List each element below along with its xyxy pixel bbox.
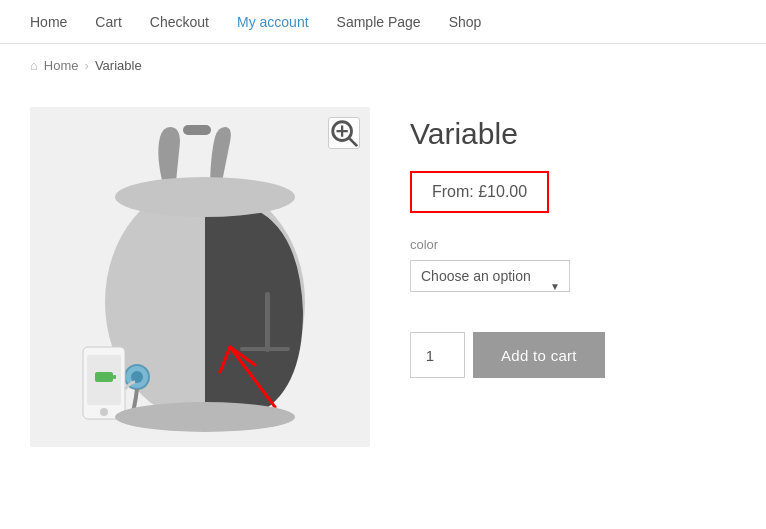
nav-home[interactable]: Home [30, 14, 67, 30]
svg-rect-4 [240, 347, 290, 351]
breadcrumb-home[interactable]: Home [44, 58, 79, 73]
nav-shop[interactable]: Shop [449, 14, 482, 30]
home-icon: ⌂ [30, 58, 38, 73]
product-image-svg [55, 117, 345, 437]
nav-samplepage[interactable]: Sample Page [337, 14, 421, 30]
color-select[interactable]: Choose an option [410, 260, 570, 292]
product-info: Variable From: £10.00 color Choose an op… [410, 107, 736, 447]
nav-cart[interactable]: Cart [95, 14, 121, 30]
svg-line-14 [350, 139, 358, 147]
svg-rect-3 [265, 292, 270, 352]
product-price: From: £10.00 [432, 183, 527, 200]
breadcrumb-separator: › [85, 58, 89, 73]
svg-rect-10 [113, 375, 116, 379]
breadcrumb-current: Variable [95, 58, 142, 73]
cart-row: Add to cart [410, 332, 736, 378]
product-title: Variable [410, 117, 736, 151]
nav-checkout[interactable]: Checkout [150, 14, 209, 30]
color-select-wrap[interactable]: Choose an option [410, 260, 570, 312]
svg-point-11 [100, 408, 108, 416]
add-to-cart-button[interactable]: Add to cart [473, 332, 605, 378]
breadcrumb: ⌂ Home › Variable [0, 44, 766, 87]
svg-point-12 [115, 402, 295, 432]
quantity-input[interactable] [410, 332, 465, 378]
product-area: Variable From: £10.00 color Choose an op… [0, 87, 766, 487]
svg-point-2 [115, 177, 295, 217]
price-box: From: £10.00 [410, 171, 549, 213]
zoom-icon[interactable] [328, 117, 360, 149]
svg-rect-1 [183, 125, 211, 135]
product-image-wrap [30, 107, 370, 447]
variation-label: color [410, 237, 736, 252]
svg-rect-9 [95, 372, 113, 382]
nav-myaccount[interactable]: My account [237, 14, 309, 30]
main-nav: Home Cart Checkout My account Sample Pag… [0, 0, 766, 44]
product-image [30, 107, 370, 447]
